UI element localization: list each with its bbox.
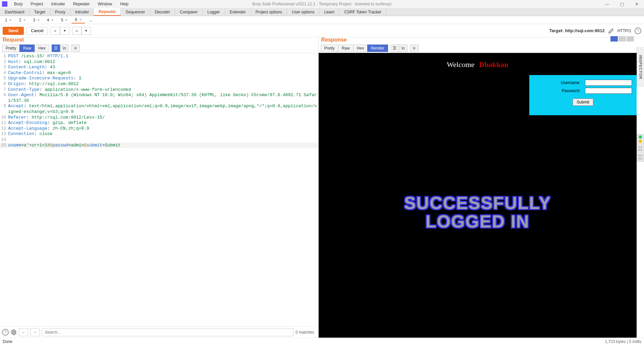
tab-logger[interactable]: Logger [203, 8, 225, 16]
response-mode-hex[interactable]: Hex [353, 45, 368, 52]
tab-repeater[interactable]: Repeater [94, 8, 121, 16]
response-actions-icon[interactable]: ≡ [410, 45, 419, 52]
response-mode-raw[interactable]: Raw [338, 45, 354, 52]
titlebar: Burp Project Intruder Repeater Window He… [0, 0, 644, 8]
request-mode-hex[interactable]: Hex [35, 45, 49, 52]
status-dot-green-icon [639, 135, 642, 139]
search-input[interactable] [42, 328, 293, 336]
history-back-menu[interactable]: ▾ [60, 27, 69, 35]
send-button[interactable]: Send [3, 27, 24, 35]
tab-dashboard[interactable]: Dashboard [0, 8, 30, 16]
login-submit-button[interactable]: Submit [573, 98, 593, 106]
status-left: Done [3, 339, 12, 344]
tab-target[interactable]: Target [30, 8, 50, 16]
search-next-button[interactable]: → [30, 328, 40, 336]
tab-decoder[interactable]: Decoder [150, 8, 175, 16]
svg-point-0 [13, 331, 15, 333]
close-icon[interactable]: × [65, 18, 68, 22]
maximize-button[interactable]: ▢ [614, 0, 629, 8]
status-right: 1,723 bytes | 5 millis [605, 339, 642, 344]
menu-project[interactable]: Project [27, 1, 46, 7]
status-bar: Done 1,723 bytes | 5 millis [0, 338, 644, 345]
response-viewmodes: Pretty Raw Hex Render ☰ \n ≡ [319, 44, 637, 53]
tab-intruder[interactable]: Intruder [70, 8, 94, 16]
app-title: Burp Suite Professional v2021.12.1 - Tem… [252, 2, 392, 6]
tab-csrf-token-tracker[interactable]: CSRF Token Tracker [339, 8, 386, 16]
target-label: Target: http://sql.com:8012 [549, 28, 604, 33]
close-button[interactable]: ✕ [629, 0, 644, 8]
login-form: Username : Password : Submit [529, 75, 637, 115]
password-field[interactable] [585, 88, 632, 94]
http-version-toggle[interactable]: HTTP/1 [618, 28, 631, 33]
help-icon[interactable]: ? [635, 27, 641, 34]
subtab-5[interactable]: 5× [57, 17, 71, 23]
toggle-nonprintable-icon[interactable]: \n [60, 45, 69, 52]
toggle-nonprintable-icon[interactable]: \n [399, 45, 408, 52]
search-prev-button[interactable]: ← [19, 328, 28, 336]
subtab-4[interactable]: 4× [43, 17, 57, 23]
app-icon [2, 1, 7, 7]
menu-bar: Burp Project Intruder Repeater Window He… [9, 1, 132, 7]
menu-window[interactable]: Window [94, 1, 115, 7]
username-field[interactable] [585, 80, 632, 86]
menu-intruder[interactable]: Intruder [48, 1, 68, 7]
repeater-subtabs: 1× 2× 3× 4× 5× 6× ... [0, 16, 644, 24]
tab-learn[interactable]: Learn [319, 8, 339, 16]
subtab-6[interactable]: 6× [71, 16, 86, 23]
close-icon[interactable]: × [9, 18, 12, 22]
main-tabs: Dashboard Target Proxy Intruder Repeater… [0, 8, 644, 16]
request-title: Request [0, 35, 318, 44]
close-icon[interactable]: × [37, 18, 40, 22]
history-forward-button[interactable]: > [72, 27, 82, 35]
history-forward-menu[interactable]: ▾ [82, 27, 91, 35]
tab-extender[interactable]: Extender [225, 8, 251, 16]
toggle-wrap-icon[interactable]: ☰ [52, 45, 60, 52]
response-mode-render[interactable]: Render [367, 45, 388, 52]
response-title: Response [319, 35, 637, 44]
request-mode-raw[interactable]: Raw [19, 45, 35, 52]
subtab-1[interactable]: 1× [1, 17, 15, 23]
request-editor[interactable]: 1POST /Less-15/ HTTP/1.12Host: sql.com:8… [0, 53, 318, 326]
welcome-text: WelcomeDhakkan [447, 60, 508, 69]
subtab-3[interactable]: 3× [29, 17, 43, 23]
menu-help[interactable]: Help [117, 1, 132, 7]
tab-proxy[interactable]: Proxy [50, 8, 70, 16]
tab-comparer[interactable]: Comparer [175, 8, 203, 16]
status-dot-yellow-icon [639, 140, 642, 143]
search-matches: 0 matches [296, 330, 316, 335]
history-forward-group: > ▾ [72, 27, 91, 35]
history-back-button[interactable]: < [51, 27, 60, 35]
subtab-more[interactable]: ... [85, 17, 96, 23]
edit-target-icon[interactable] [608, 28, 614, 34]
rendered-page[interactable]: WelcomeDhakkan Username : Password : Sub… [319, 53, 637, 338]
history-back-group: < ▾ [51, 27, 69, 35]
request-mode-pretty[interactable]: Pretty [2, 45, 20, 52]
toggle-wrap-icon[interactable]: ☰ [390, 45, 399, 52]
settings-gear-icon[interactable] [11, 329, 17, 335]
close-icon[interactable]: × [51, 18, 54, 22]
close-icon[interactable]: × [23, 18, 25, 22]
menu-repeater[interactable]: Repeater [70, 1, 93, 7]
success-banner: SUCCESSFULLY LOGGED IN [404, 194, 551, 230]
password-label: Password : [562, 88, 582, 93]
response-mode-pretty[interactable]: Pretty [321, 45, 338, 52]
minimize-button[interactable]: — [600, 0, 614, 8]
inspector-toggle[interactable]: INSPECTOR [637, 47, 644, 87]
search-bar: ? ← → 0 matches [0, 326, 318, 338]
subtab-2[interactable]: 2× [15, 17, 30, 23]
tab-user-options[interactable]: User options [287, 8, 319, 16]
username-label: Username : [561, 80, 582, 85]
menu-burp[interactable]: Burp [11, 1, 26, 7]
search-help-icon[interactable]: ? [2, 329, 9, 336]
request-viewmodes: Pretty Raw Hex ☰ \n ≡ [0, 44, 318, 53]
network-indicator: 0.3K/s 0.0K/s [637, 134, 644, 162]
content-area: Request Pretty Raw Hex ☰ \n ≡ 1POST /Les… [0, 35, 637, 338]
tab-project-options[interactable]: Project options [251, 8, 287, 16]
response-pane: Response Pretty Raw Hex Render ☰ \n ≡ We… [319, 35, 637, 338]
cancel-button[interactable]: Cancel [26, 27, 48, 35]
request-pane: Request Pretty Raw Hex ☰ \n ≡ 1POST /Les… [0, 35, 319, 338]
tab-sequencer[interactable]: Sequencer [121, 8, 150, 16]
request-actions-icon[interactable]: ≡ [71, 45, 80, 52]
close-icon[interactable]: × [79, 17, 82, 22]
